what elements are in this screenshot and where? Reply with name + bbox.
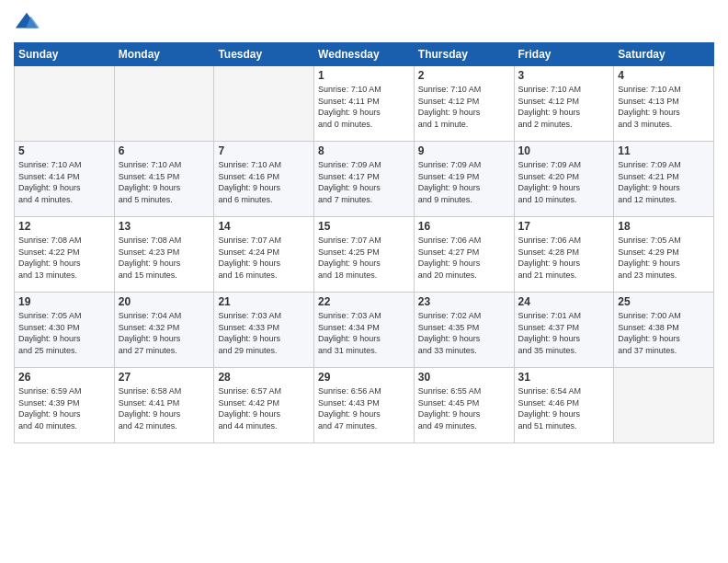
calendar-cell: 30Sunrise: 6:55 AM Sunset: 4:45 PM Dayli… — [414, 368, 514, 443]
calendar-cell: 14Sunrise: 7:07 AM Sunset: 4:24 PM Dayli… — [214, 217, 314, 293]
day-number: 18 — [618, 220, 710, 233]
day-number: 30 — [418, 371, 510, 384]
weekday-header: Tuesday — [214, 43, 314, 66]
calendar-cell: 15Sunrise: 7:07 AM Sunset: 4:25 PM Dayli… — [314, 217, 415, 293]
calendar-cell: 4Sunrise: 7:10 AM Sunset: 4:13 PM Daylig… — [614, 66, 714, 142]
calendar-cell: 22Sunrise: 7:03 AM Sunset: 4:34 PM Dayli… — [314, 293, 415, 368]
calendar-cell — [114, 66, 214, 142]
day-number: 8 — [318, 144, 410, 157]
day-number: 6 — [119, 144, 210, 157]
day-number: 21 — [218, 295, 310, 308]
calendar-week-row: 12Sunrise: 7:08 AM Sunset: 4:22 PM Dayli… — [15, 217, 714, 293]
day-info: Sunrise: 7:08 AM Sunset: 4:22 PM Dayligh… — [18, 235, 110, 281]
day-info: Sunrise: 6:55 AM Sunset: 4:45 PM Dayligh… — [418, 385, 510, 431]
calendar-cell: 11Sunrise: 7:09 AM Sunset: 4:21 PM Dayli… — [614, 142, 714, 217]
calendar-cell: 23Sunrise: 7:02 AM Sunset: 4:35 PM Dayli… — [414, 293, 514, 368]
calendar-week-row: 1Sunrise: 7:10 AM Sunset: 4:11 PM Daylig… — [15, 66, 714, 142]
calendar-cell: 26Sunrise: 6:59 AM Sunset: 4:39 PM Dayli… — [15, 368, 115, 443]
weekday-header: Saturday — [614, 43, 714, 66]
day-number: 28 — [218, 371, 310, 384]
day-number: 17 — [518, 220, 610, 233]
calendar-cell: 5Sunrise: 7:10 AM Sunset: 4:14 PM Daylig… — [15, 142, 115, 217]
day-number: 20 — [119, 295, 210, 308]
day-number: 3 — [518, 69, 610, 82]
calendar-cell: 1Sunrise: 7:10 AM Sunset: 4:11 PM Daylig… — [314, 66, 415, 142]
day-number: 16 — [418, 220, 510, 233]
logo — [14, 9, 43, 35]
day-number: 29 — [318, 371, 410, 384]
calendar-cell — [214, 66, 314, 142]
day-number: 5 — [18, 144, 110, 157]
day-info: Sunrise: 7:10 AM Sunset: 4:12 PM Dayligh… — [518, 84, 610, 130]
calendar-cell: 25Sunrise: 7:00 AM Sunset: 4:38 PM Dayli… — [614, 293, 714, 368]
day-info: Sunrise: 7:06 AM Sunset: 4:27 PM Dayligh… — [418, 235, 510, 281]
day-info: Sunrise: 7:07 AM Sunset: 4:25 PM Dayligh… — [318, 235, 410, 281]
day-number: 26 — [18, 371, 110, 384]
calendar-week-row: 5Sunrise: 7:10 AM Sunset: 4:14 PM Daylig… — [15, 142, 714, 217]
day-number: 7 — [218, 144, 310, 157]
day-number: 12 — [18, 220, 110, 233]
calendar-header-row: SundayMondayTuesdayWednesdayThursdayFrid… — [15, 43, 714, 66]
calendar-cell: 2Sunrise: 7:10 AM Sunset: 4:12 PM Daylig… — [414, 66, 514, 142]
day-info: Sunrise: 6:54 AM Sunset: 4:46 PM Dayligh… — [518, 385, 610, 431]
calendar-cell: 13Sunrise: 7:08 AM Sunset: 4:23 PM Dayli… — [114, 217, 214, 293]
day-info: Sunrise: 7:10 AM Sunset: 4:13 PM Dayligh… — [618, 84, 710, 130]
day-info: Sunrise: 7:09 AM Sunset: 4:19 PM Dayligh… — [418, 159, 510, 205]
day-number: 1 — [318, 69, 410, 82]
day-info: Sunrise: 6:57 AM Sunset: 4:42 PM Dayligh… — [218, 385, 310, 431]
calendar-cell: 28Sunrise: 6:57 AM Sunset: 4:42 PM Dayli… — [214, 368, 314, 443]
day-number: 24 — [518, 295, 610, 308]
day-info: Sunrise: 7:09 AM Sunset: 4:21 PM Dayligh… — [618, 159, 710, 205]
day-number: 25 — [618, 295, 710, 308]
calendar-cell: 20Sunrise: 7:04 AM Sunset: 4:32 PM Dayli… — [114, 293, 214, 368]
day-number: 23 — [418, 295, 510, 308]
calendar-cell: 18Sunrise: 7:05 AM Sunset: 4:29 PM Dayli… — [614, 217, 714, 293]
day-number: 13 — [119, 220, 210, 233]
day-number: 10 — [518, 144, 610, 157]
day-number: 11 — [618, 144, 710, 157]
calendar-cell: 7Sunrise: 7:10 AM Sunset: 4:16 PM Daylig… — [214, 142, 314, 217]
day-info: Sunrise: 7:10 AM Sunset: 4:15 PM Dayligh… — [119, 159, 210, 205]
day-info: Sunrise: 6:58 AM Sunset: 4:41 PM Dayligh… — [119, 385, 210, 431]
weekday-header: Monday — [114, 43, 214, 66]
day-number: 15 — [318, 220, 410, 233]
day-info: Sunrise: 7:08 AM Sunset: 4:23 PM Dayligh… — [119, 235, 210, 281]
day-info: Sunrise: 7:07 AM Sunset: 4:24 PM Dayligh… — [218, 235, 310, 281]
calendar-cell: 9Sunrise: 7:09 AM Sunset: 4:19 PM Daylig… — [414, 142, 514, 217]
calendar-cell: 19Sunrise: 7:05 AM Sunset: 4:30 PM Dayli… — [15, 293, 115, 368]
day-info: Sunrise: 7:10 AM Sunset: 4:14 PM Dayligh… — [18, 159, 110, 205]
calendar-week-row: 19Sunrise: 7:05 AM Sunset: 4:30 PM Dayli… — [15, 293, 714, 368]
calendar-cell: 3Sunrise: 7:10 AM Sunset: 4:12 PM Daylig… — [514, 66, 614, 142]
calendar-cell: 12Sunrise: 7:08 AM Sunset: 4:22 PM Dayli… — [15, 217, 115, 293]
weekday-header: Thursday — [414, 43, 514, 66]
calendar-cell: 29Sunrise: 6:56 AM Sunset: 4:43 PM Dayli… — [314, 368, 415, 443]
header — [14, 9, 714, 35]
calendar-week-row: 26Sunrise: 6:59 AM Sunset: 4:39 PM Dayli… — [15, 368, 714, 443]
day-info: Sunrise: 7:10 AM Sunset: 4:16 PM Dayligh… — [218, 159, 310, 205]
day-info: Sunrise: 7:10 AM Sunset: 4:11 PM Dayligh… — [318, 84, 410, 130]
day-info: Sunrise: 7:06 AM Sunset: 4:28 PM Dayligh… — [518, 235, 610, 281]
day-info: Sunrise: 7:09 AM Sunset: 4:17 PM Dayligh… — [318, 159, 410, 205]
day-number: 19 — [18, 295, 110, 308]
day-info: Sunrise: 7:09 AM Sunset: 4:20 PM Dayligh… — [518, 159, 610, 205]
calendar-cell: 16Sunrise: 7:06 AM Sunset: 4:27 PM Dayli… — [414, 217, 514, 293]
day-info: Sunrise: 7:01 AM Sunset: 4:37 PM Dayligh… — [518, 310, 610, 356]
day-number: 22 — [318, 295, 410, 308]
day-info: Sunrise: 7:10 AM Sunset: 4:12 PM Dayligh… — [418, 84, 510, 130]
weekday-header: Sunday — [15, 43, 115, 66]
page: SundayMondayTuesdayWednesdayThursdayFrid… — [0, 0, 728, 563]
calendar-cell: 8Sunrise: 7:09 AM Sunset: 4:17 PM Daylig… — [314, 142, 415, 217]
calendar-cell: 10Sunrise: 7:09 AM Sunset: 4:20 PM Dayli… — [514, 142, 614, 217]
day-info: Sunrise: 7:03 AM Sunset: 4:33 PM Dayligh… — [218, 310, 310, 356]
day-info: Sunrise: 6:56 AM Sunset: 4:43 PM Dayligh… — [318, 385, 410, 431]
day-info: Sunrise: 7:03 AM Sunset: 4:34 PM Dayligh… — [318, 310, 410, 356]
day-number: 27 — [119, 371, 210, 384]
day-number: 4 — [618, 69, 710, 82]
calendar-cell — [15, 66, 115, 142]
day-number: 14 — [218, 220, 310, 233]
calendar-table: SundayMondayTuesdayWednesdayThursdayFrid… — [14, 42, 714, 443]
calendar-cell: 17Sunrise: 7:06 AM Sunset: 4:28 PM Dayli… — [514, 217, 614, 293]
day-number: 2 — [418, 69, 510, 82]
logo-icon — [14, 9, 40, 35]
day-number: 9 — [418, 144, 510, 157]
